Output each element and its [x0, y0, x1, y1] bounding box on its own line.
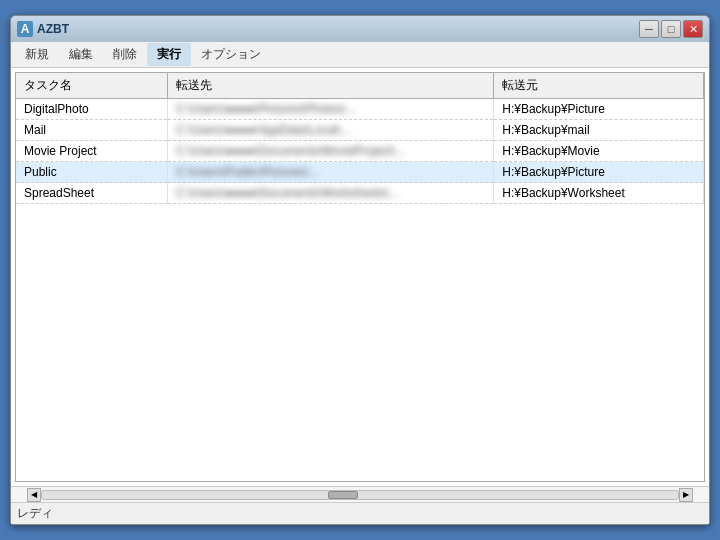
minimize-button[interactable]: ─	[639, 20, 659, 38]
main-window: A AZBT ─ □ ✕ 新規 編集 削除 実行 オプション タスク名 転送先 …	[10, 15, 710, 525]
cell-src: H:¥Backup¥mail	[494, 120, 704, 141]
table-container[interactable]: タスク名 転送先 転送元 DigitalPhotoC:\Users\●●●●\P…	[15, 72, 705, 482]
window-title: AZBT	[37, 22, 639, 36]
col-header-task: タスク名	[16, 73, 167, 99]
horizontal-scrollbar[interactable]: ◀ ▶	[11, 486, 709, 502]
col-header-src: 転送元	[494, 73, 704, 99]
table-header: タスク名 転送先 転送元	[16, 73, 704, 99]
cell-task: SpreadSheet	[16, 183, 167, 204]
cell-src: H:¥Backup¥Worksheet	[494, 183, 704, 204]
table-row[interactable]: SpreadSheetC:\Users\●●●●\Documents\Works…	[16, 183, 704, 204]
cell-task: Movie Project	[16, 141, 167, 162]
scroll-right-button[interactable]: ▶	[679, 488, 693, 502]
cell-dest: C:\Users\●●●●\Documents\Worksheets\...	[167, 183, 493, 204]
table-row[interactable]: Movie ProjectC:\Users\●●●●\Documents\Mov…	[16, 141, 704, 162]
scroll-left-button[interactable]: ◀	[27, 488, 41, 502]
table-row[interactable]: MailC:\Users\●●●●\AppData\Local\...H:¥Ba…	[16, 120, 704, 141]
menu-options[interactable]: オプション	[191, 43, 271, 66]
maximize-button[interactable]: □	[661, 20, 681, 38]
table-row[interactable]: PublicC:\Users\Public\Pictures\...H:¥Bac…	[16, 162, 704, 183]
col-header-dest: 転送先	[167, 73, 493, 99]
cell-task: Mail	[16, 120, 167, 141]
cell-dest: C:\Users\Public\Pictures\...	[167, 162, 493, 183]
menu-run[interactable]: 実行	[147, 43, 191, 66]
scrollbar-track[interactable]	[41, 490, 679, 500]
window-controls: ─ □ ✕	[639, 20, 703, 38]
cell-dest: C:\Users\●●●●\Pictures\Photos\...	[167, 99, 493, 120]
table-body: DigitalPhotoC:\Users\●●●●\Pictures\Photo…	[16, 99, 704, 204]
menu-new[interactable]: 新規	[15, 43, 59, 66]
main-content: タスク名 転送先 転送元 DigitalPhotoC:\Users\●●●●\P…	[11, 68, 709, 502]
status-bar: レディ	[11, 502, 709, 524]
menu-edit[interactable]: 編集	[59, 43, 103, 66]
task-table: タスク名 転送先 転送元 DigitalPhotoC:\Users\●●●●\P…	[16, 73, 704, 204]
menu-bar: 新規 編集 削除 実行 オプション	[11, 42, 709, 68]
table-row[interactable]: DigitalPhotoC:\Users\●●●●\Pictures\Photo…	[16, 99, 704, 120]
close-button[interactable]: ✕	[683, 20, 703, 38]
title-bar: A AZBT ─ □ ✕	[11, 16, 709, 42]
status-text: レディ	[17, 505, 53, 522]
cell-src: H:¥Backup¥Picture	[494, 99, 704, 120]
app-icon: A	[17, 21, 33, 37]
cell-task: Public	[16, 162, 167, 183]
cell-dest: C:\Users\●●●●\Documents\MovieProject\...	[167, 141, 493, 162]
cell-src: H:¥Backup¥Movie	[494, 141, 704, 162]
cell-src: H:¥Backup¥Picture	[494, 162, 704, 183]
cell-dest: C:\Users\●●●●\AppData\Local\...	[167, 120, 493, 141]
cell-task: DigitalPhoto	[16, 99, 167, 120]
scrollbar-thumb[interactable]	[328, 491, 358, 499]
menu-delete[interactable]: 削除	[103, 43, 147, 66]
